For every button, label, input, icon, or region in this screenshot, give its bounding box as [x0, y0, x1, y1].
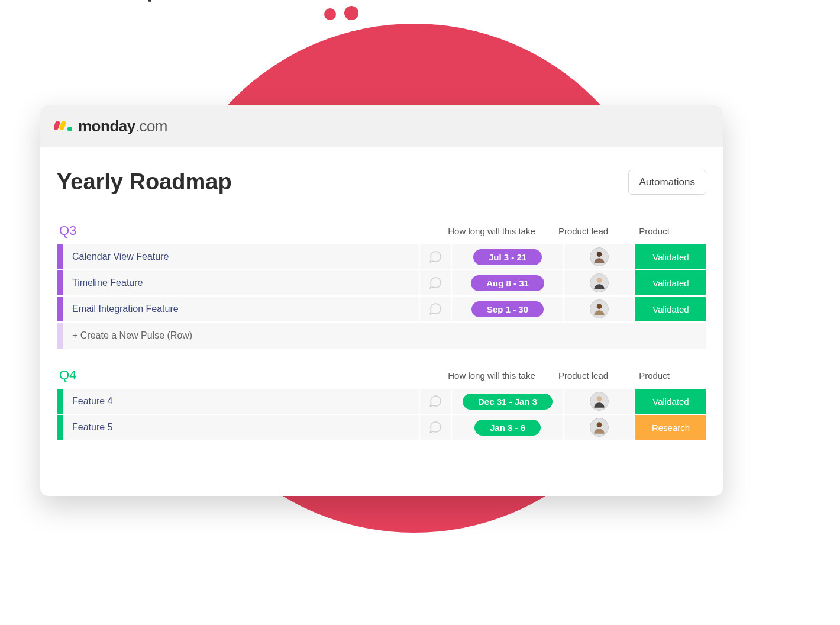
svg-point-6: [597, 396, 602, 401]
row-name-text: Feature 5: [72, 422, 112, 433]
product-status-cell[interactable]: Validated: [635, 270, 706, 295]
row-name-text: Email Integration Feature: [72, 304, 179, 314]
app-header: monday.com: [40, 105, 723, 147]
table-row[interactable]: Calendar View Feature Jul 3 - 21 Validat…: [57, 244, 706, 270]
logo-text-light: .com: [135, 117, 167, 135]
row-name-text: Calendar View Feature: [72, 252, 169, 262]
group-title-q3[interactable]: Q3: [57, 223, 435, 239]
duration-cell[interactable]: Jul 3 - 21: [452, 244, 564, 269]
comment-icon: [428, 420, 442, 434]
col-header-product: Product: [619, 226, 690, 236]
svg-rect-0: [54, 120, 60, 131]
duration-cell[interactable]: Sep 1 - 30: [452, 297, 564, 321]
comment-cell[interactable]: [420, 270, 452, 295]
col-header-product: Product: [619, 371, 690, 381]
comment-cell[interactable]: [420, 244, 452, 269]
product-status-cell[interactable]: Validated: [635, 389, 706, 414]
title-row: Yearly Roadmap Automations: [57, 169, 706, 223]
product-status-cell[interactable]: Validated: [635, 244, 706, 269]
logo-mark-icon: [54, 120, 75, 133]
duration-pill: Aug 8 - 31: [471, 275, 544, 291]
duration-cell[interactable]: Jan 3 - 6: [452, 415, 564, 440]
svg-point-3: [597, 252, 602, 257]
app-card: monday.com Yearly Roadmap Automations Q3…: [40, 105, 723, 496]
svg-point-5: [597, 304, 602, 309]
automations-button[interactable]: Automations: [628, 170, 707, 195]
row-stripe: [57, 415, 63, 440]
lead-cell[interactable]: [564, 270, 635, 295]
comment-icon: [428, 250, 442, 264]
new-pulse-label: + Create a New Pulse (Row): [63, 323, 706, 349]
svg-point-7: [597, 422, 602, 427]
table-row[interactable]: Email Integration Feature Sep 1 - 30 Val…: [57, 297, 706, 323]
col-header-duration: How long will this take: [435, 371, 548, 381]
col-header-duration: How long will this take: [435, 226, 548, 236]
duration-pill: Sep 1 - 30: [471, 301, 544, 317]
group-header: Q4 How long will this take Product lead …: [57, 368, 706, 389]
lead-cell[interactable]: [564, 415, 635, 440]
duration-pill: Jul 3 - 21: [473, 249, 542, 265]
row-name-cell[interactable]: Calendar View Feature: [63, 244, 420, 269]
svg-point-2: [67, 127, 72, 131]
svg-rect-1: [59, 120, 67, 131]
group-q4: Q4 How long will this take Product lead …: [57, 368, 706, 441]
row-name-text: Timeline Feature: [72, 278, 143, 288]
row-stripe: [57, 270, 63, 295]
comment-cell[interactable]: [420, 415, 452, 440]
row-stripe: [57, 244, 63, 269]
comment-cell[interactable]: [420, 389, 452, 414]
row-name-cell[interactable]: Feature 5: [63, 415, 420, 440]
comment-cell[interactable]: [420, 297, 452, 321]
duration-pill: Dec 31 - Jan 3: [463, 394, 553, 410]
product-status-cell[interactable]: Validated: [635, 297, 706, 321]
bg-dot-2: [344, 6, 358, 20]
comment-icon: [428, 276, 442, 290]
product-status-cell[interactable]: Research: [635, 415, 706, 440]
new-pulse-row[interactable]: + Create a New Pulse (Row): [57, 323, 706, 349]
table-row[interactable]: Timeline Feature Aug 8 - 31 Validated: [57, 270, 706, 297]
page-title: Yearly Roadmap: [57, 169, 232, 195]
col-header-lead: Product lead: [548, 226, 619, 236]
duration-cell[interactable]: Dec 31 - Jan 3: [452, 389, 564, 414]
card-body: Yearly Roadmap Automations Q3 How long w…: [40, 147, 723, 441]
avatar: [590, 247, 609, 266]
avatar: [590, 392, 609, 411]
lead-cell[interactable]: [564, 297, 635, 321]
row-stripe: [57, 297, 63, 321]
duration-cell[interactable]: Aug 8 - 31: [452, 270, 564, 295]
svg-point-4: [597, 278, 602, 283]
comment-icon: [428, 394, 442, 408]
table-row[interactable]: Feature 4 Dec 31 - Jan 3 Validated: [57, 389, 706, 415]
lead-cell[interactable]: [564, 244, 635, 269]
row-name-cell[interactable]: Feature 4: [63, 389, 420, 414]
bg-dot-1: [324, 8, 336, 20]
row-stripe: [57, 389, 63, 414]
row-name-cell[interactable]: Timeline Feature: [63, 270, 420, 295]
row-stripe-light: [57, 323, 63, 349]
avatar: [590, 418, 609, 437]
avatar: [590, 273, 609, 292]
comment-icon: [428, 302, 442, 316]
group-title-q4[interactable]: Q4: [57, 368, 435, 383]
table-row[interactable]: Feature 5 Jan 3 - 6 Research: [57, 415, 706, 441]
logo-text-bold: monday: [78, 117, 135, 135]
logo-text: monday.com: [78, 117, 167, 136]
duration-pill: Jan 3 - 6: [474, 420, 541, 436]
group-q3: Q3 How long will this take Product lead …: [57, 223, 706, 349]
avatar: [590, 299, 609, 318]
group-header: Q3 How long will this take Product lead …: [57, 223, 706, 244]
lead-cell[interactable]: [564, 389, 635, 414]
brand-logo: monday.com: [54, 117, 167, 136]
col-header-lead: Product lead: [548, 371, 619, 381]
row-name-cell[interactable]: Email Integration Feature: [63, 297, 420, 321]
row-name-text: Feature 4: [72, 396, 112, 407]
